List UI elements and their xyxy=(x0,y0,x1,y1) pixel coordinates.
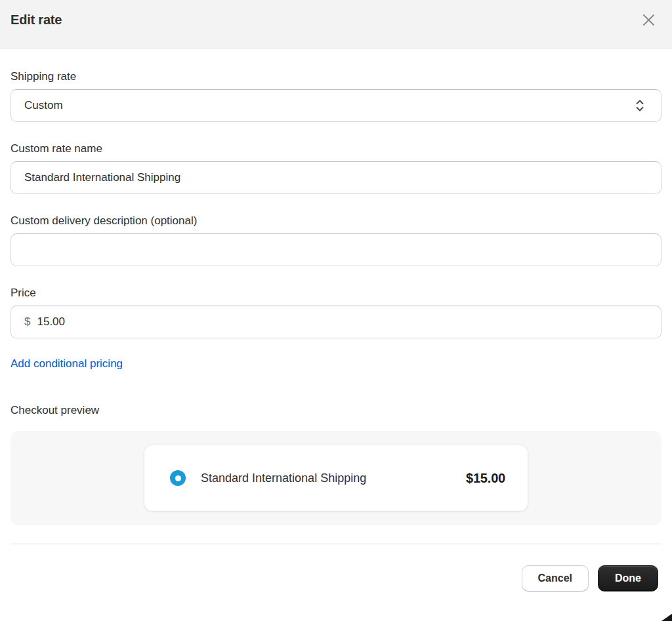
done-button[interactable]: Done xyxy=(598,565,658,591)
modal-header: Edit rate xyxy=(0,0,672,49)
add-conditional-pricing-link[interactable]: Add conditional pricing xyxy=(10,357,123,371)
custom-delivery-description-field-wrapper xyxy=(10,233,662,266)
custom-delivery-description-label: Custom delivery description (optional) xyxy=(10,214,662,228)
modal-title: Edit rate xyxy=(10,12,62,28)
edit-rate-modal: Edit rate Shipping rate Custom Custom ra… xyxy=(0,0,672,591)
radio-selected-icon[interactable] xyxy=(170,470,186,486)
cursor-artifact xyxy=(662,614,672,621)
close-icon xyxy=(641,12,656,28)
price-label: Price xyxy=(10,286,662,300)
radio-inner-dot xyxy=(175,475,181,481)
shipping-option-name: Standard International Shipping xyxy=(201,471,366,485)
custom-rate-name-field-wrapper xyxy=(10,161,662,194)
cancel-button[interactable]: Cancel xyxy=(522,565,589,591)
shipping-option-card: Standard International Shipping $15.00 xyxy=(144,445,528,511)
price-field-wrapper: $ xyxy=(10,306,662,338)
shipping-rate-selected-value: Custom xyxy=(24,99,63,112)
custom-delivery-description-input[interactable] xyxy=(24,234,650,266)
price-input[interactable] xyxy=(37,306,650,338)
modal-footer: Cancel Done xyxy=(0,544,672,591)
checkout-preview-panel: Standard International Shipping $15.00 xyxy=(10,431,662,525)
shipping-option-price: $15.00 xyxy=(466,471,505,486)
chevron-up-down-icon xyxy=(633,98,646,113)
custom-rate-name-label: Custom rate name xyxy=(10,142,662,155)
close-button[interactable] xyxy=(640,11,658,29)
checkout-preview-label: Checkout preview xyxy=(10,403,662,417)
custom-rate-name-input[interactable] xyxy=(24,162,650,193)
currency-prefix: $ xyxy=(24,315,30,329)
modal-body: Shipping rate Custom Custom rate name Cu… xyxy=(0,70,672,544)
shipping-rate-label: Shipping rate xyxy=(10,70,662,83)
shipping-rate-select[interactable]: Custom xyxy=(10,89,662,122)
